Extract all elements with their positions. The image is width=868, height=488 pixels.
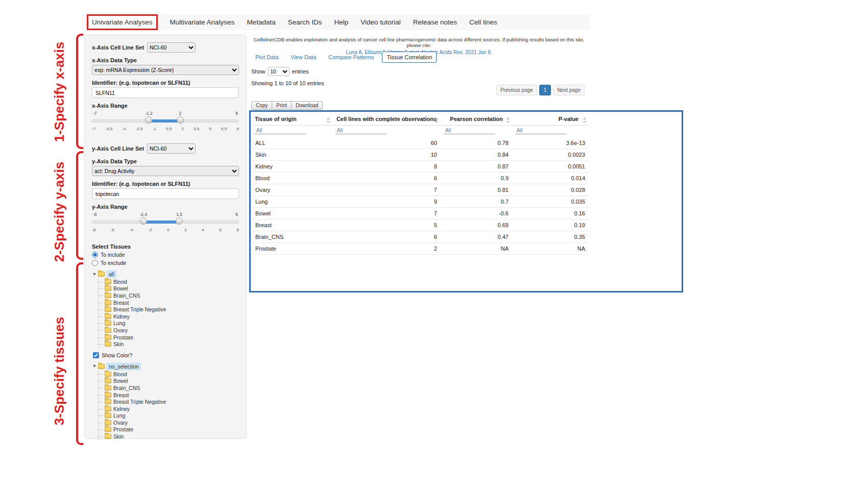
nav-tab-multivariate-analyses[interactable]: Multivariate Analyses — [170, 18, 235, 26]
y-axis-cell-line-set-select[interactable]: NCI-60 — [147, 143, 196, 154]
tree-item-breast[interactable]: Breast — [99, 299, 239, 306]
tab-plot-data[interactable]: Plot Data — [251, 52, 282, 62]
nav-tab-video-tutorial[interactable]: Video tutorial — [360, 18, 401, 26]
tree-item-skin[interactable]: Skin — [99, 433, 239, 440]
x-slider-ticks: -7 -5.5 -4 -2.5 -1 0.5 2 3.5 5 6.5 8 — [92, 127, 239, 131]
tissue-correlation-table-container: Tissue of origin Cell lines with complet… — [249, 110, 683, 292]
tree-item-lung[interactable]: Lung — [99, 320, 239, 327]
x-axis-cell-line-set-select[interactable]: NCI-60 — [147, 42, 196, 53]
nav-tab-metadata[interactable]: Metadata — [247, 18, 275, 26]
x-axis-identifier-label: Identifier: (e.g. topotecan or SLFN11) — [92, 80, 239, 86]
nav-tab-help[interactable]: Help — [334, 18, 348, 26]
to-exclude-radio[interactable] — [92, 260, 98, 266]
tree-item-lung[interactable]: Lung — [99, 412, 239, 420]
tree-root-all[interactable]: all — [93, 271, 239, 278]
print-button[interactable]: Print — [272, 101, 292, 110]
showing-entries-text: Showing 1 to 10 of 10 entries — [251, 80, 324, 86]
column-header-pvalue[interactable]: P-value — [512, 113, 589, 126]
next-page-button[interactable]: Next page — [553, 85, 585, 95]
folder-icon — [105, 300, 111, 305]
pvalue-filter-input[interactable] — [515, 127, 566, 134]
nav-tab-search-ids[interactable]: Search IDs — [288, 18, 322, 26]
y-axis-identifier-input[interactable] — [92, 188, 239, 199]
table-row: Bowel 7 -0.6 0.16 — [252, 208, 589, 219]
tree-item-ovary[interactable]: Ovary — [99, 327, 239, 334]
citation-text: CellMinerCDB enables exploration and ana… — [254, 37, 585, 48]
page-number-button[interactable]: 1 — [539, 85, 551, 95]
sort-icon[interactable] — [506, 117, 510, 123]
tree-item-brain-cns[interactable]: Brain_CNS — [99, 384, 239, 392]
entries-per-page-select[interactable]: 10 — [268, 67, 290, 76]
x-tick: -5.5 — [105, 127, 112, 131]
sort-icon[interactable] — [326, 117, 330, 123]
y-slider-handle-low[interactable] — [140, 217, 147, 225]
annotation-step2: 2-Specify y-axis — [52, 162, 67, 262]
sort-icon[interactable] — [435, 117, 439, 123]
previous-page-button[interactable]: Previous page — [496, 85, 537, 95]
tab-tissue-correlation[interactable]: Tissue Correlation — [382, 52, 437, 63]
tree-item-breast-triple-negative[interactable]: Breast Triple Negative — [99, 306, 239, 313]
cell-lines-filter-input[interactable] — [335, 127, 387, 134]
pearson-filter-input[interactable] — [444, 127, 495, 134]
table-row: Kidney 8 0.87 0.0051 — [252, 161, 589, 173]
column-header-pearson[interactable]: Pearson correlation — [441, 113, 512, 126]
show-entries-control: Show 10 entries — [251, 67, 309, 76]
show-color-checkbox[interactable] — [93, 352, 99, 358]
tree-item-breast-triple-negative[interactable]: Breast Triple Negative — [99, 398, 239, 405]
y-axis-data-type-select[interactable]: act: Drug Activity — [92, 166, 239, 176]
nav-tab-release-notes[interactable]: Release notes — [413, 18, 457, 26]
folder-icon — [105, 406, 111, 411]
header-row: Tissue of origin Cell lines with complet… — [252, 113, 589, 126]
tab-view-data[interactable]: View Data — [286, 52, 320, 62]
to-exclude-label: To exclude — [101, 260, 126, 266]
y-tick: 0 — [167, 228, 169, 232]
tree-expand-icon[interactable] — [93, 365, 96, 368]
tree-item-blood[interactable]: Blood — [99, 278, 239, 285]
tree-item-prostate[interactable]: Prostate — [99, 334, 239, 341]
nav-tab-cell-lines[interactable]: Cell lines — [469, 18, 497, 26]
folder-icon — [105, 293, 111, 298]
tree-item-brain-cns[interactable]: Brain_CNS — [99, 292, 239, 299]
x-tick: 0.5 — [166, 127, 172, 131]
sort-icon[interactable] — [583, 117, 587, 123]
tissue-color-tree: no_selection Blood Bowel Brain_CNS Breas… — [92, 363, 239, 440]
tree-item-prostate[interactable]: Prostate — [99, 426, 239, 433]
tree-item-bowel[interactable]: Bowel — [99, 285, 239, 292]
table-row: Prostate 2 NA NA — [252, 243, 589, 255]
column-header-cell-lines[interactable]: Cell lines with complete observations — [332, 113, 441, 126]
x-tick: 6.5 — [221, 127, 227, 131]
tree-item-bowel[interactable]: Bowel — [99, 378, 239, 385]
tree-item-breast[interactable]: Breast — [99, 392, 239, 399]
x-slider-fill — [149, 119, 180, 123]
tree-item-ovary[interactable]: Ovary — [99, 419, 239, 426]
copy-button[interactable]: Copy — [251, 101, 272, 110]
y-slider-handle-high[interactable] — [176, 217, 183, 225]
x-axis-data-type-select[interactable]: exp: mRNA Expression (Z-Score) — [92, 65, 239, 75]
to-include-radio[interactable] — [92, 252, 98, 258]
folder-icon — [105, 328, 111, 333]
y-tick: -8 — [92, 228, 95, 232]
column-header-tissue[interactable]: Tissue of origin — [252, 113, 332, 126]
tree-item-skin[interactable]: Skin — [99, 340, 239, 348]
tissue-filter-input[interactable] — [255, 127, 306, 134]
y-axis-cell-line-set-label: y-Axis Cell Line Set — [92, 145, 144, 152]
folder-icon — [105, 321, 111, 326]
table-row: Brain_CNS 6 0.47 0.35 — [252, 231, 589, 243]
tree-item-blood[interactable]: Blood — [99, 371, 239, 378]
folder-icon — [105, 399, 111, 404]
nav-tab-univariate-analyses[interactable]: Univariate Analyses — [87, 14, 158, 30]
tab-compare-patterns[interactable]: Compare Patterns — [324, 52, 378, 62]
y-axis-range-slider: -8 8 -2.4 1.5 -8 -6 -4 -2 0 2 4 6 8 — [92, 212, 239, 237]
x-slider-handle-low[interactable] — [145, 116, 152, 124]
tree-item-kidney[interactable]: Kidney — [99, 405, 239, 412]
folder-icon — [105, 393, 111, 398]
download-button[interactable]: Download — [292, 101, 323, 110]
x-slider-handle-high[interactable] — [177, 116, 184, 124]
x-tick: -7 — [92, 127, 95, 131]
result-tabs: Plot Data View Data Compare Patterns Tis… — [251, 52, 437, 63]
tree-item-kidney[interactable]: Kidney — [99, 313, 239, 320]
x-axis-identifier-input[interactable] — [92, 87, 239, 98]
tree-root-no-selection[interactable]: no_selection — [93, 363, 239, 370]
tree-expand-icon[interactable] — [93, 273, 96, 276]
y-slider-ticks: -8 -6 -4 -2 0 2 4 6 8 — [92, 228, 239, 232]
